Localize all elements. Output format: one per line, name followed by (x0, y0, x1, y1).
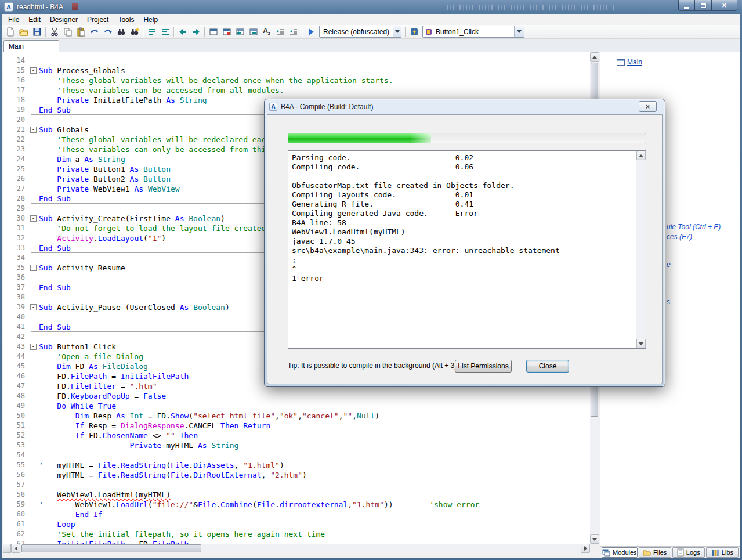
window-previous-button[interactable] (233, 26, 247, 38)
fold-gutter (28, 115, 39, 125)
paste-button[interactable] (74, 26, 88, 38)
code-line[interactable]: 51 If Resp = DialogResponse.CANCEL Then … (3, 421, 590, 431)
line-number: 52 (3, 431, 28, 440)
tab-main[interactable]: Main (3, 40, 59, 52)
run-button[interactable] (304, 26, 317, 38)
menu-tools[interactable]: Tools (113, 15, 139, 25)
code-line[interactable]: 56 myHTML = File.ReadString(File.DirRoot… (3, 470, 590, 480)
editor-horizontal-scrollbar[interactable] (3, 544, 590, 553)
new-button[interactable] (3, 26, 17, 38)
scroll-left-button[interactable] (11, 544, 20, 553)
fold-gutter (28, 460, 39, 470)
code-line[interactable]: 61 Loop (3, 519, 590, 529)
save-button[interactable] (30, 26, 44, 38)
compile-progressbar (288, 133, 646, 143)
event-button[interactable] (407, 26, 421, 38)
designer-find-button[interactable] (220, 26, 233, 38)
code-line[interactable]: 57 (3, 480, 590, 490)
code-line[interactable]: 50 Dim Resp As Int = FD.Show("select htm… (3, 411, 590, 421)
log-scroll-down-button[interactable] (636, 339, 646, 348)
format-lines-button[interactable] (145, 26, 158, 38)
navigate-forward-button[interactable] (189, 26, 202, 38)
code-line[interactable]: 58 WebView1.LoadHtml(myHTML) (3, 490, 590, 500)
code-line[interactable]: 55' myHTML = File.ReadString(File.DirAss… (3, 460, 590, 470)
fold-marker[interactable]: - (30, 344, 37, 350)
open-button[interactable] (17, 26, 30, 38)
maximize-button[interactable] (695, 0, 711, 11)
code-text: Loop (39, 519, 75, 529)
close-button[interactable]: × (711, 0, 737, 11)
compile-log-box[interactable]: Parsing code. 0.02Compiling code. 0.06Ob… (288, 150, 646, 349)
splitter-grip[interactable] (3, 544, 11, 553)
find-button[interactable] (114, 26, 128, 38)
code-line[interactable]: 54 (3, 450, 590, 460)
copy-button[interactable] (61, 26, 74, 38)
dialog-close-button[interactable]: × (639, 101, 657, 112)
code-text: 'Open a file Dialog (39, 352, 143, 362)
menu-edit[interactable]: Edit (24, 15, 45, 25)
list-permissions-button[interactable]: List Permissions (455, 360, 512, 373)
line-number: 27 (3, 184, 28, 194)
log-scrollbar[interactable] (636, 151, 646, 348)
code-line[interactable]: 62 'Set the initial filepath, so it open… (3, 529, 590, 539)
panel-tab-logs[interactable]: Logs (672, 547, 705, 558)
fold-gutter (28, 204, 39, 214)
fold-marker[interactable]: - (30, 265, 37, 271)
module-item-main[interactable]: Main (617, 58, 642, 66)
right-panel-link-fragment[interactable]: ces (F7) (667, 233, 692, 241)
scroll-up-button[interactable] (590, 52, 599, 62)
right-panel-link-fragment[interactable]: s (667, 298, 670, 306)
menu-help[interactable]: Help (139, 15, 162, 25)
code-line[interactable]: 14 (3, 56, 590, 66)
panel-tab-files[interactable]: Files (639, 547, 671, 558)
fold-marker[interactable]: - (30, 215, 37, 222)
text-case-button[interactable]: Az (260, 26, 273, 38)
fold-marker[interactable]: - (30, 304, 37, 310)
code-line[interactable]: 16 'These global variables will be decla… (3, 75, 590, 85)
code-line[interactable]: 17 'These variables can be accessed from… (3, 85, 590, 95)
sub-selector-combo[interactable]: Button1_Click (422, 26, 524, 38)
fold-marker[interactable]: - (30, 127, 37, 133)
cut-button[interactable] (48, 26, 61, 38)
log-line: ; (292, 255, 634, 265)
log-scroll-up-button[interactable] (636, 151, 646, 160)
window-next-button[interactable] (247, 26, 260, 38)
combo-dropdown[interactable] (393, 26, 401, 37)
code-line[interactable]: 63 InitialFilePath = FD.FilePath (3, 539, 590, 544)
menu-designer[interactable]: Designer (45, 15, 82, 25)
right-panel-link-fragment[interactable]: ule Tool (Ctrl + E) (667, 223, 721, 231)
code-line[interactable]: 53 Private myHTML As String (3, 440, 590, 450)
find-next-button[interactable] (128, 26, 141, 38)
titlebar[interactable]: A readhtml - B4A × (0, 0, 742, 14)
menu-project[interactable]: Project (82, 15, 113, 25)
right-panel-link-fragment[interactable]: e (667, 261, 671, 269)
undo-button[interactable] (88, 26, 101, 38)
menu-file[interactable]: File (3, 15, 24, 25)
format-lines-plus-button[interactable] (158, 26, 172, 38)
code-line[interactable]: 59' WebView1.LoadUrl("file://"&File.Comb… (3, 500, 590, 510)
code-line[interactable]: 60 End If (3, 510, 590, 519)
panel-tab-modules[interactable]: Modules (602, 547, 638, 558)
code-line[interactable]: 48 FD.KeyboardPopUp = False (3, 391, 590, 401)
horizontal-scroll-thumb[interactable] (21, 544, 201, 552)
designer-button[interactable] (207, 26, 220, 38)
outdent-button[interactable] (273, 26, 287, 38)
code-line[interactable]: 15-Sub Process_Globals (3, 66, 590, 75)
scroll-down-button[interactable] (590, 534, 599, 544)
arrow-down-icon (639, 342, 643, 345)
redo-button[interactable] (101, 26, 114, 38)
dialog-titlebar[interactable]: A B4A - Compile (Build: Default) × (265, 99, 665, 114)
combo-dropdown[interactable] (514, 26, 524, 37)
line-number: 57 (3, 480, 28, 490)
navigate-back-button[interactable] (176, 26, 189, 38)
panel-tab-libs[interactable]: Libs (706, 547, 739, 558)
dialog-close-action-button[interactable]: Close (526, 360, 569, 373)
minimize-button[interactable] (678, 0, 695, 11)
code-line[interactable]: 52 If FD.ChosenName <> "" Then (3, 431, 590, 440)
indent-button[interactable] (287, 26, 300, 38)
line-number: 48 (3, 391, 28, 401)
scroll-right-button[interactable] (581, 544, 590, 553)
fold-marker[interactable]: - (30, 67, 37, 74)
code-line[interactable]: 49 Do While True (3, 401, 590, 411)
build-config-combo[interactable]: Release (obfuscated) (319, 26, 401, 38)
